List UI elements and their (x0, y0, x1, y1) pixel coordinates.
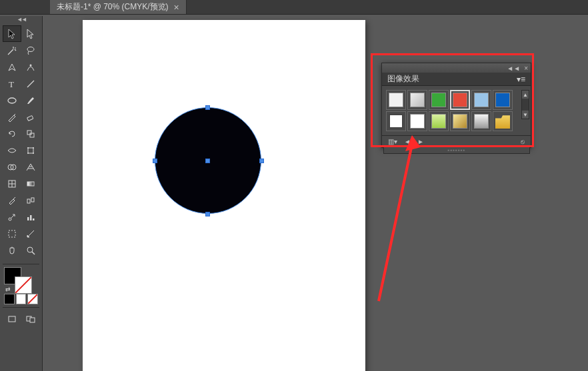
svg-rect-30 (30, 318, 35, 322)
document-tab-bar: 未标题-1* @ 70% (CMYK/预览) × (0, 0, 588, 15)
slice-tool[interactable] (21, 225, 40, 242)
style-green[interactable] (429, 90, 449, 110)
panel-tab[interactable]: 图像效果 ▾≡ (382, 73, 531, 86)
tool-grid: T (0, 19, 42, 262)
symbol-sprayer-tool[interactable] (3, 208, 21, 225)
style-outline[interactable] (386, 111, 406, 131)
svg-point-11 (27, 153, 29, 154)
artboard[interactable] (83, 20, 365, 371)
artboard-tool[interactable] (3, 225, 21, 242)
pencil-tool[interactable] (3, 109, 21, 125)
svg-text:T: T (9, 79, 14, 89)
style-silver[interactable] (407, 90, 427, 110)
gradient-tool[interactable] (21, 175, 40, 192)
panel-menu-icon[interactable]: ▾≡ (517, 75, 525, 84)
line-segment-tool[interactable] (21, 75, 40, 92)
ellipse-tool[interactable] (3, 92, 21, 109)
magic-wand-tool[interactable] (3, 42, 21, 59)
svg-point-26 (27, 247, 33, 252)
break-link-icon[interactable]: ⎋ (519, 138, 527, 145)
svg-rect-24 (33, 218, 35, 220)
color-chip-white[interactable] (16, 294, 27, 304)
svg-rect-19 (27, 199, 30, 203)
scale-tool[interactable] (21, 125, 40, 142)
selection-handle-bottom[interactable] (205, 212, 210, 216)
hand-tool[interactable] (3, 242, 21, 258)
svg-rect-5 (27, 115, 33, 121)
svg-line-3 (27, 81, 34, 87)
color-mode-row (0, 292, 42, 306)
panel-scrollbar[interactable]: ▲ ▼ (521, 90, 529, 119)
rotate-tool[interactable] (3, 125, 21, 142)
svg-point-12 (33, 153, 34, 154)
svg-rect-20 (31, 198, 34, 202)
style-blue[interactable] (493, 90, 513, 110)
lasso-tool[interactable] (21, 42, 40, 59)
style-red[interactable] (450, 90, 470, 110)
eraser-tool[interactable] (21, 109, 40, 125)
style-grid (386, 90, 527, 131)
mesh-tool[interactable] (3, 175, 21, 192)
panel-body: ▲ ▼ (382, 86, 531, 135)
zoom-tool[interactable] (21, 242, 40, 258)
svg-rect-8 (28, 148, 33, 153)
change-screen-tool[interactable] (21, 310, 40, 327)
column-graph-tool[interactable] (21, 208, 40, 225)
svg-line-27 (32, 252, 35, 254)
selection-handle-left[interactable] (153, 159, 157, 163)
screen-mode-tool[interactable] (3, 310, 21, 327)
svg-rect-22 (27, 217, 29, 220)
svg-rect-28 (9, 316, 15, 322)
selection-center-point[interactable] (205, 159, 210, 163)
svg-rect-23 (30, 215, 32, 220)
close-icon[interactable]: × (174, 3, 179, 12)
selection-handle-top[interactable] (205, 105, 210, 110)
style-folder[interactable] (493, 111, 513, 131)
scroll-down-icon[interactable]: ▼ (522, 111, 529, 119)
graphic-styles-panel: ◄◄ × 图像效果 ▾≡ ▲ ▼ ▥▾ ◄ ► ⎋ (381, 63, 531, 148)
library-menu-icon[interactable]: ▥▾ (386, 138, 399, 145)
svg-point-21 (9, 218, 11, 220)
selection-handle-right[interactable] (259, 159, 264, 163)
panel-close-icon[interactable]: × (524, 65, 528, 72)
fill-stroke-swatch[interactable]: ⇄ (0, 266, 42, 292)
panel-title: 图像效果 (387, 73, 419, 85)
svg-point-1 (30, 64, 32, 66)
style-lightblue[interactable] (471, 90, 491, 110)
direct-selection-tool[interactable] (21, 25, 40, 42)
next-style-icon[interactable]: ► (415, 138, 426, 145)
shape-builder-tool[interactable] (3, 159, 21, 175)
style-lime-grad[interactable] (429, 111, 449, 131)
curvature-pen-tool[interactable] (21, 59, 40, 75)
free-transform-tool[interactable] (21, 142, 40, 159)
swap-fill-stroke-icon[interactable]: ⇄ (5, 286, 11, 292)
width-tool[interactable] (3, 142, 21, 159)
document-tab[interactable]: 未标题-1* @ 70% (CMYK/预览) × (50, 0, 187, 14)
pen-tool[interactable] (3, 59, 21, 75)
perspective-grid-tool[interactable] (21, 159, 40, 175)
panel-header[interactable]: ◄◄ × (382, 63, 531, 73)
style-chrome[interactable] (471, 111, 491, 131)
panel-footer: ▥▾ ◄ ► ⎋ (382, 135, 531, 147)
collapse-panel-icon[interactable]: ◄◄ (0, 16, 43, 23)
paintbrush-tool[interactable] (21, 92, 40, 109)
color-chip-black[interactable] (4, 294, 15, 304)
eyedropper-tool[interactable] (3, 192, 21, 208)
selection-tool[interactable] (3, 25, 21, 42)
style-gold-grad[interactable] (450, 111, 470, 131)
blend-tool[interactable] (21, 192, 40, 208)
color-chip-none[interactable] (27, 294, 38, 304)
svg-point-10 (33, 147, 34, 149)
type-tool[interactable]: T (3, 75, 21, 92)
document-tab-title: 未标题-1* @ 70% (CMYK/预览) (57, 1, 169, 13)
style-default[interactable] (386, 90, 406, 110)
svg-point-0 (27, 47, 34, 51)
svg-rect-7 (30, 133, 34, 137)
panel-collapse-icon[interactable]: ◄◄ (507, 65, 520, 72)
scroll-up-icon[interactable]: ▲ (522, 91, 529, 99)
prev-style-icon[interactable]: ◄ (402, 138, 413, 145)
stroke-color-swatch[interactable] (15, 276, 32, 294)
panel-resize-grip[interactable]: ▪▪▪▪▪▪▪ (383, 147, 530, 154)
toolbox-panel: ◄◄ T ⇄ (0, 16, 43, 371)
style-white[interactable] (407, 111, 427, 131)
